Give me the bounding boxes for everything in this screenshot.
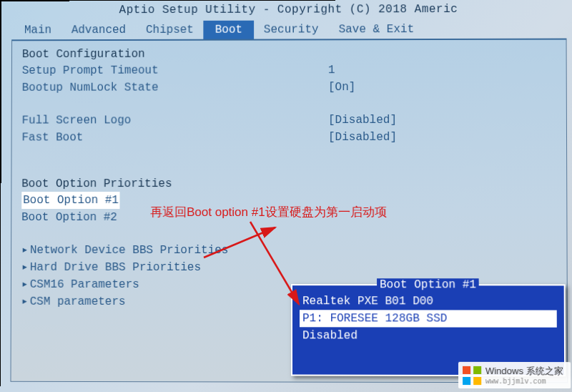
full-screen-logo-value: [Disabled] <box>328 112 397 129</box>
annotation-text: 再返回Boot option #1设置硬盘为第一启动项 <box>150 204 387 220</box>
popup-title: Boot Option #1 <box>377 278 479 291</box>
svg-line-3 <box>250 222 299 304</box>
full-screen-logo-label: Full Screen Logo <box>22 112 328 129</box>
popup-item-realtek[interactable]: Realtek PXE B01 D00 <box>300 293 557 310</box>
tab-bar: Main Advanced Chipset Boot Security Save… <box>11 20 566 40</box>
watermark: Windows 系统之家 www.bjjmlv.com <box>458 362 571 389</box>
numlock-row[interactable]: Bootup NumLock State [On] <box>22 79 556 97</box>
tab-chipset[interactable]: Chipset <box>136 21 204 39</box>
tab-main[interactable]: Main <box>14 21 61 39</box>
setup-prompt-label: Setup Prompt Timeout <box>22 62 328 79</box>
triangle-icon: ▸ <box>21 242 30 259</box>
tab-advanced[interactable]: Advanced <box>61 21 136 39</box>
full-screen-logo-row[interactable]: Full Screen Logo [Disabled] <box>22 112 556 129</box>
tab-save-exit[interactable]: Save & Exit <box>329 20 425 39</box>
watermark-brand: Windows 系统之家 <box>485 365 563 378</box>
watermark-url: www.bjjmlv.com <box>485 378 563 386</box>
annotation-arrow-2-icon <box>243 218 315 311</box>
numlock-value: [On] <box>328 79 355 96</box>
popup-item-foresee[interactable]: P1: FORESEE 128GB SSD <box>300 310 557 328</box>
bios-title: Aptio Setup Utility - Copyright (C) 2018… <box>11 1 566 21</box>
triangle-icon: ▸ <box>21 293 30 310</box>
fast-boot-label: Fast Boot <box>21 129 328 146</box>
windows-logo-icon <box>463 366 481 384</box>
boot-config-heading: Boot Configuration <box>22 47 556 61</box>
popup-item-disabled[interactable]: Disabled <box>300 327 557 345</box>
numlock-label: Bootup NumLock State <box>22 79 328 97</box>
bios-screen: Aptio Setup Utility - Copyright (C) 2018… <box>0 0 572 392</box>
fast-boot-row[interactable]: Fast Boot [Disabled] <box>21 129 556 147</box>
triangle-icon: ▸ <box>21 259 30 276</box>
setup-prompt-value: 1 <box>328 62 335 79</box>
triangle-icon: ▸ <box>21 276 30 293</box>
boot-option-1-label: Boot Option #1 <box>21 192 120 209</box>
tab-security[interactable]: Security <box>254 20 329 39</box>
tab-boot[interactable]: Boot <box>204 21 254 39</box>
setup-prompt-row[interactable]: Setup Prompt Timeout 1 <box>22 62 556 79</box>
fast-boot-value: [Disabled] <box>328 129 397 146</box>
boot-priorities-heading: Boot Option Priorities <box>21 177 556 190</box>
